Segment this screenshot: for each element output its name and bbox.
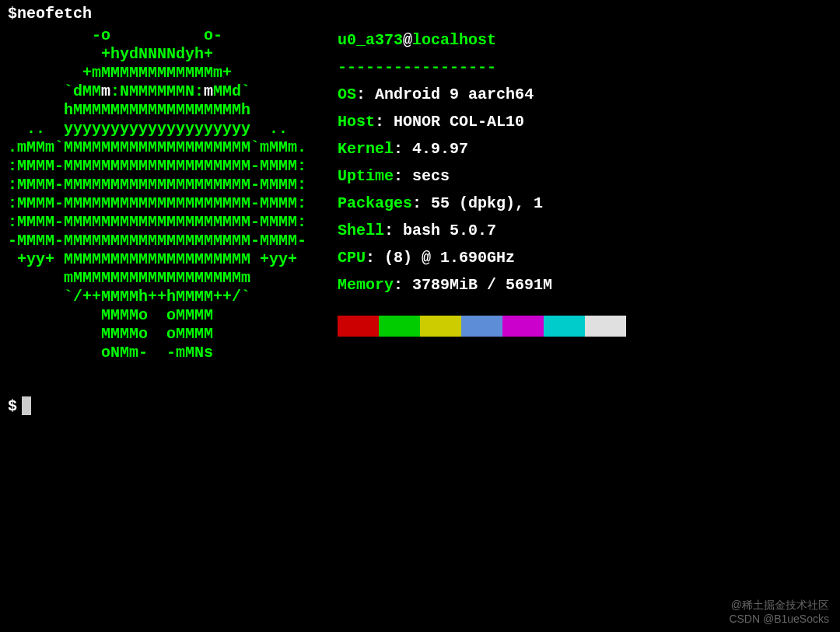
info-label: Host [338,113,375,131]
hostname: localhost [412,31,496,49]
info-row: Shell: bash 5.0.7 [338,217,626,244]
color-swatch [585,316,626,337]
info-value: 55 (dpkg), 1 [431,194,543,212]
info-row: Host: HONOR COL-AL10 [338,108,626,135]
info-value: Android 9 aarch64 [375,86,534,103]
info-value: bash 5.0.7 [403,222,496,239]
color-swatch [338,316,379,337]
color-swatch [379,316,420,337]
at-symbol: @ [403,31,412,49]
username: u0_a373 [338,31,403,49]
prompt-symbol: $ [8,397,17,415]
command-text: neofetch [17,5,92,23]
prompt-symbol: $ [8,5,17,23]
info-row: Packages: 55 (dpkg), 1 [338,190,626,217]
separator-dashes: ----------------- [338,54,626,81]
info-row: OS: Android 9 aarch64 [338,81,626,108]
info-row: CPU: (8) @ 1.690GHz [338,244,626,271]
info-label: Memory [338,276,394,294]
info-value: secs [412,167,450,185]
user-host-line: u0_a373@localhost [338,26,626,54]
cursor-block [22,396,31,415]
color-swatch [544,316,585,337]
info-value: HONOR COL-AL10 [394,113,524,131]
info-label: CPU [338,249,366,267]
info-label: OS [338,86,356,103]
color-swatch [502,316,544,337]
info-row: Uptime: secs [338,162,626,190]
watermark: @稀土掘金技术社区 CSDN @B1ueSocks [729,598,829,626]
prompt-line[interactable]: $ [8,396,832,416]
color-palette [338,316,626,337]
info-label: Uptime [338,167,394,185]
info-value: 3789MiB / 5691M [412,276,552,294]
info-label: Kernel [338,140,394,158]
info-row: Kernel: 4.9.97 [338,135,626,162]
neofetch-output: -o o- +hydNNNNdyh+ +mMMMMMMMMMMMMm+ `dMM… [8,26,832,362]
system-info: u0_a373@localhost ----------------- OS: … [338,26,626,337]
color-swatch [420,316,461,337]
info-row: Memory: 3789MiB / 5691M [338,271,626,299]
color-swatch [461,316,502,337]
info-value: (8) @ 1.690GHz [384,249,515,267]
info-label: Shell [338,222,384,239]
info-value: 4.9.97 [412,140,468,158]
info-label: Packages [338,194,412,212]
command-line: $ neofetch [8,5,832,23]
ascii-art-logo: -o o- +hydNNNNdyh+ +mMMMMMMMMMMMMm+ `dMM… [8,26,306,362]
